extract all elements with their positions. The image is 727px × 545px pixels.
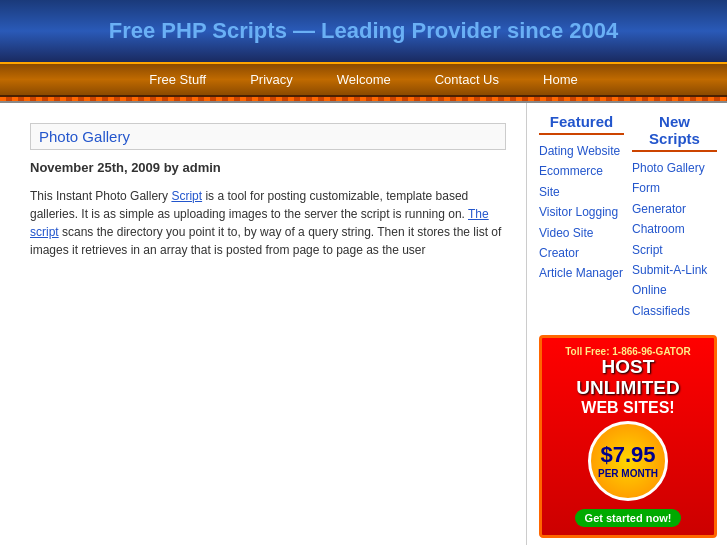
nav-privacy[interactable]: Privacy [228, 64, 315, 95]
ad-cta-button[interactable]: Get started now! [575, 509, 682, 527]
main-wrapper: Photo Gallery November 25th, 2009 by adm… [0, 103, 727, 545]
ad-per-month: PER MONTH [598, 468, 658, 479]
main-nav: Free Stuff Privacy Welcome Contact Us Ho… [0, 62, 727, 97]
nav-contact-us[interactable]: Contact Us [413, 64, 521, 95]
featured-link-2[interactable]: Visitor Logging [539, 202, 624, 222]
nav-welcome[interactable]: Welcome [315, 64, 413, 95]
main-content: Photo Gallery November 25th, 2009 by adm… [0, 103, 527, 545]
post-text-1: This Instant Photo Gallery [30, 189, 171, 203]
featured-links: Dating Website Ecommerce Site Visitor Lo… [539, 141, 624, 284]
new-scripts-col: New Scripts Photo Gallery Form Generator… [632, 113, 717, 331]
featured-col: Featured Dating Website Ecommerce Site V… [539, 113, 624, 331]
site-header: Free PHP Scripts — Leading Provider sinc… [0, 0, 727, 62]
new-scripts-divider [632, 150, 717, 152]
featured-link-0[interactable]: Dating Website [539, 141, 624, 161]
ad-price-bubble: $7.95 PER MONTH [588, 421, 668, 501]
ad-host-unlimited: HOST UNLIMITED [550, 357, 706, 399]
sidebar-top-cols: Featured Dating Website Ecommerce Site V… [539, 113, 717, 331]
script-link-1[interactable]: Script [171, 189, 202, 203]
ad-banner[interactable]: Toll Free: 1-866-96-GATOR HOST UNLIMITED… [539, 335, 717, 538]
ad-web-sites: WEB SITES! [550, 399, 706, 417]
photo-gallery-link[interactable]: Photo Gallery [30, 123, 506, 150]
post-title-link: Photo Gallery [30, 123, 506, 150]
post-body: This Instant Photo Gallery Script is a t… [30, 187, 506, 259]
ad-price: $7.95 [600, 442, 655, 468]
post-text-3: scans the directory you point it to, by … [30, 225, 501, 257]
featured-link-1[interactable]: Ecommerce Site [539, 161, 624, 202]
nav-home[interactable]: Home [521, 64, 600, 95]
site-title: Free PHP Scripts — Leading Provider sinc… [20, 18, 707, 44]
new-link-1[interactable]: Form Generator [632, 178, 717, 219]
new-link-4[interactable]: Online Classifieds [632, 280, 717, 321]
new-link-2[interactable]: Chatroom Script [632, 219, 717, 260]
new-link-3[interactable]: Submit-A-Link [632, 260, 717, 280]
new-scripts-title: New Scripts [632, 113, 717, 147]
new-scripts-links: Photo Gallery Form Generator Chatroom Sc… [632, 158, 717, 321]
featured-link-4[interactable]: Article Manager [539, 263, 624, 283]
nav-free-stuff[interactable]: Free Stuff [127, 64, 228, 95]
featured-divider [539, 133, 624, 135]
new-link-0[interactable]: Photo Gallery [632, 158, 717, 178]
featured-link-3[interactable]: Video Site Creator [539, 223, 624, 264]
post-meta: November 25th, 2009 by admin [30, 160, 506, 175]
right-sidebar: Featured Dating Website Ecommerce Site V… [527, 103, 727, 545]
featured-title: Featured [539, 113, 624, 130]
